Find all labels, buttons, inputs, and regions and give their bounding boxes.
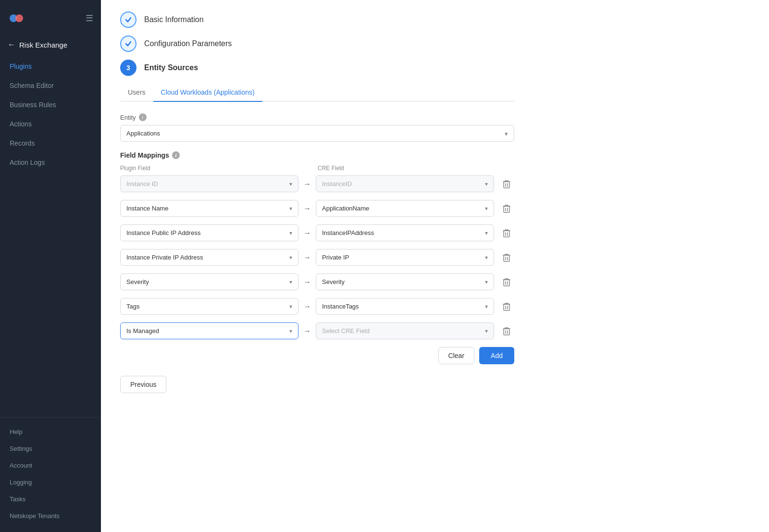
sidebar-item-action-logs[interactable]: Action Logs	[0, 153, 101, 172]
sidebar-item-actions[interactable]: Actions	[0, 114, 101, 134]
entity-info-icon: i	[139, 113, 147, 121]
plugin-field-select-6[interactable]: Is Managed ▾	[120, 322, 298, 339]
plugin-field-select-0[interactable]: Instance ID ▾	[120, 175, 298, 192]
arrow-icon-3: →	[303, 253, 311, 262]
previous-button[interactable]: Previous	[120, 376, 166, 393]
plugin-field-select-4[interactable]: Severity ▾	[120, 273, 298, 290]
sidebar-nav: Plugins Schema Editor Business Rules Act…	[0, 57, 101, 411]
sidebar-item-logging[interactable]: Logging	[0, 474, 101, 491]
content-area: Basic Information Configuration Paramete…	[101, 0, 533, 412]
plugin-field-header: Plugin Field	[120, 165, 293, 172]
cre-field-value-5: InstanceTags	[322, 303, 485, 310]
delete-btn-3[interactable]	[499, 250, 514, 265]
cre-field-select-4[interactable]: Severity ▾	[316, 273, 494, 290]
arrow-icon-1: →	[303, 204, 311, 213]
sidebar-item-records[interactable]: Records	[0, 134, 101, 153]
cre-field-value-2: InstanceIPAddress	[322, 229, 485, 236]
plugin-chevron-5: ▾	[289, 303, 292, 310]
cre-field-header: CRE Field	[318, 165, 490, 172]
plugin-chevron-2: ▾	[289, 230, 292, 236]
svg-rect-2	[504, 182, 509, 188]
delete-btn-5[interactable]	[499, 299, 514, 314]
clear-button[interactable]: Clear	[438, 347, 474, 364]
cre-field-select-3[interactable]: Private IP ▾	[316, 249, 494, 266]
plugin-field-select-5[interactable]: Tags ▾	[120, 298, 298, 315]
cre-field-select-0[interactable]: InstanceID ▾	[316, 175, 494, 192]
svg-rect-20	[504, 329, 509, 335]
step-config-params: Configuration Parameters	[120, 36, 514, 52]
cre-field-select-2[interactable]: InstanceIPAddress ▾	[316, 224, 494, 241]
step-2-circle	[120, 36, 136, 52]
cre-field-placeholder-6: Select CRE Field	[322, 327, 485, 334]
delete-btn-2[interactable]	[499, 225, 514, 241]
tab-cloud-workloads[interactable]: Cloud Workloads (Applications)	[153, 84, 262, 102]
hamburger-icon[interactable]: ☰	[86, 13, 93, 24]
sidebar-divider	[0, 417, 101, 418]
delete-btn-1[interactable]	[499, 201, 514, 216]
sidebar-item-help[interactable]: Help	[0, 423, 101, 440]
mapping-row-0: Instance ID ▾ → InstanceID ▾	[120, 175, 514, 192]
back-arrow-icon: ←	[8, 40, 15, 49]
plugin-chevron-4: ▾	[289, 279, 292, 285]
add-button[interactable]: Add	[479, 347, 514, 364]
arrow-icon-5: →	[303, 302, 311, 311]
cre-field-value-4: Severity	[322, 278, 485, 285]
cre-chevron-0: ▾	[485, 181, 488, 187]
tab-users[interactable]: Users	[120, 84, 153, 102]
arrow-icon-6: →	[303, 327, 311, 335]
cre-field-value-0: InstanceID	[322, 180, 485, 187]
step-basic-info: Basic Information	[120, 12, 514, 28]
entity-select-value: Applications	[126, 130, 160, 137]
plugin-chevron-1: ▾	[289, 205, 292, 212]
sidebar-item-business-rules[interactable]: Business Rules	[0, 95, 101, 114]
cre-chevron-4: ▾	[485, 279, 488, 285]
mapping-row-1: Instance Name ▾ → ApplicationName ▾	[120, 200, 514, 217]
field-mappings-info-icon: i	[172, 151, 180, 159]
back-button[interactable]: ← Risk Exchange	[0, 37, 101, 57]
sidebar-item-tasks[interactable]: Tasks	[0, 491, 101, 507]
entity-select-wrapper: Applications ▾	[120, 125, 514, 142]
plugin-field-select-2[interactable]: Instance Public IP Address ▾	[120, 224, 298, 241]
sidebar-item-plugins[interactable]: Plugins	[0, 57, 101, 76]
svg-rect-14	[504, 280, 509, 286]
plugin-field-value-3: Instance Private IP Address	[126, 254, 289, 261]
mapping-row-2: Instance Public IP Address ▾ → InstanceI…	[120, 224, 514, 241]
sidebar-item-settings[interactable]: Settings	[0, 440, 101, 457]
svg-rect-8	[504, 231, 509, 237]
entity-tabs: Users Cloud Workloads (Applications)	[120, 84, 514, 102]
entity-label: Entity i	[120, 113, 514, 121]
plugin-field-value-4: Severity	[126, 278, 289, 285]
app-title: Risk Exchange	[19, 41, 67, 49]
cre-field-select-5[interactable]: InstanceTags ▾	[316, 298, 494, 315]
delete-btn-0[interactable]	[499, 176, 514, 192]
step-1-label: Basic Information	[144, 15, 204, 24]
cre-field-value-1: ApplicationName	[322, 205, 485, 212]
plugin-field-value-2: Instance Public IP Address	[126, 229, 289, 236]
plugin-chevron-6: ▾	[289, 328, 292, 334]
plugin-field-value-6: Is Managed	[126, 327, 289, 334]
plugin-field-select-1[interactable]: Instance Name ▾	[120, 200, 298, 217]
cre-chevron-5: ▾	[485, 303, 488, 310]
cre-field-select-1[interactable]: ApplicationName ▾	[316, 200, 494, 217]
svg-rect-17	[504, 304, 509, 310]
sidebar-item-schema-editor[interactable]: Schema Editor	[0, 76, 101, 95]
plugin-field-select-3[interactable]: Instance Private IP Address ▾	[120, 249, 298, 266]
entity-select[interactable]: Applications ▾	[120, 125, 514, 142]
plugin-chevron-0: ▾	[289, 181, 292, 187]
app-logo	[8, 10, 25, 27]
plugin-field-value-1: Instance Name	[126, 205, 289, 212]
arrow-icon-0: →	[303, 180, 311, 188]
step-3-label: Entity Sources	[144, 63, 198, 72]
sidebar-header: ☰	[0, 0, 101, 37]
sidebar-item-netskope-tenants[interactable]: Netskope Tenants	[0, 507, 101, 524]
sidebar-item-account[interactable]: Account	[0, 457, 101, 474]
plugin-field-value-0: Instance ID	[126, 180, 289, 187]
svg-rect-11	[504, 255, 509, 261]
cre-field-value-3: Private IP	[322, 254, 485, 261]
arrow-icon-4: →	[303, 278, 311, 286]
delete-btn-6[interactable]	[499, 323, 514, 339]
entity-chevron-icon: ▾	[505, 130, 508, 137]
delete-btn-4[interactable]	[499, 274, 514, 290]
cre-field-select-6[interactable]: Select CRE Field ▾	[316, 322, 494, 339]
mapping-row-5: Tags ▾ → InstanceTags ▾	[120, 298, 514, 315]
